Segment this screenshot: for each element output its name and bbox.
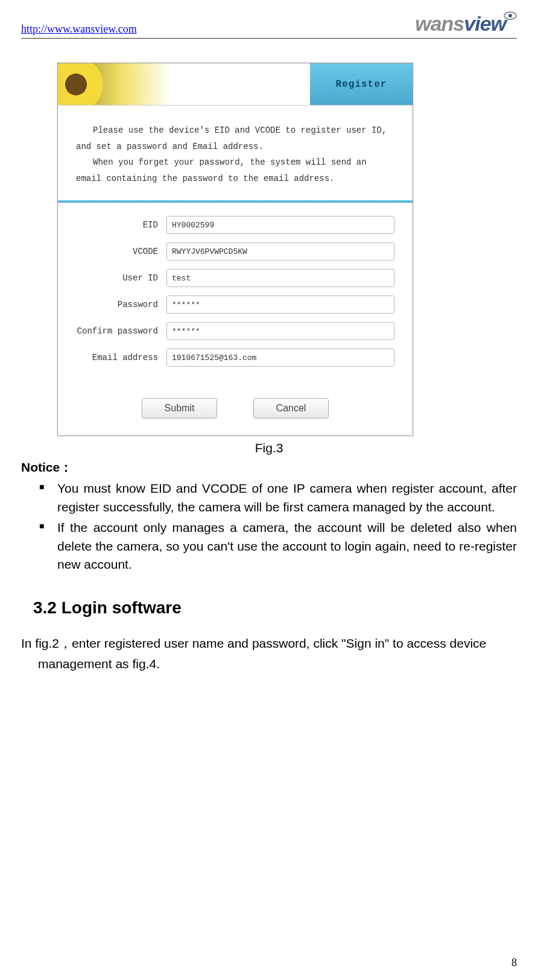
email-input[interactable] xyxy=(166,349,394,367)
figure-caption: Fig.3 xyxy=(21,441,517,455)
instruction-paragraph-2: When you forget your password, the syste… xyxy=(76,154,394,186)
button-row: Submit Cancel xyxy=(58,387,413,435)
form-row-confirm: Confirm password xyxy=(64,322,394,340)
register-form: EID VCODE User ID Password Confirm passw… xyxy=(58,203,413,387)
window-title: Register xyxy=(310,63,413,105)
email-label: Email address xyxy=(64,353,166,362)
vcode-input[interactable] xyxy=(166,242,394,261)
confirm-label: Confirm password xyxy=(64,326,166,336)
eye-icon xyxy=(504,11,517,20)
vcode-label: VCODE xyxy=(64,247,166,256)
header-url-link[interactable]: http://www.wansview.com xyxy=(21,23,137,36)
section-heading: 3.2 Login software xyxy=(33,598,517,618)
userid-input[interactable] xyxy=(166,269,394,287)
password-input[interactable] xyxy=(166,296,394,314)
form-row-password: Password xyxy=(64,296,394,314)
notice-heading: Notice： xyxy=(21,459,517,476)
register-window: Register Please use the device's EID and… xyxy=(57,63,413,436)
list-item: If the account only manages a camera, th… xyxy=(57,519,517,574)
brand-logo: wansview xyxy=(415,12,517,36)
list-item: You must know EID and VCODE of one IP ca… xyxy=(57,479,517,516)
confirm-input[interactable] xyxy=(166,322,394,340)
page-header: http://www.wansview.com wansview xyxy=(21,12,517,39)
form-row-userid: User ID xyxy=(64,269,394,287)
body-paragraph: In fig.2，enter registered user name and … xyxy=(21,634,517,653)
form-row-vcode: VCODE xyxy=(64,242,394,261)
submit-button[interactable]: Submit xyxy=(142,398,217,419)
figure-container: Register Please use the device's EID and… xyxy=(57,63,517,436)
instruction-text: Please use the device's EID and VCODE to… xyxy=(58,106,413,200)
password-label: Password xyxy=(64,300,166,309)
body-paragraph: management as fig.4. xyxy=(21,655,517,673)
window-banner: Register xyxy=(58,63,413,106)
banner-decoration xyxy=(58,63,310,105)
userid-label: User ID xyxy=(64,273,166,283)
form-row-email: Email address xyxy=(64,349,394,367)
notice-list: You must know EID and VCODE of one IP ca… xyxy=(21,479,517,574)
instruction-paragraph-1: Please use the device's EID and VCODE to… xyxy=(76,122,394,154)
cancel-button[interactable]: Cancel xyxy=(253,398,329,419)
brand-text: wansview xyxy=(415,12,506,36)
form-row-eid: EID xyxy=(64,216,394,234)
page-number: 8 xyxy=(511,956,517,969)
eid-label: EID xyxy=(64,220,166,230)
sunflower-icon xyxy=(58,63,103,105)
eid-input[interactable] xyxy=(166,216,394,234)
